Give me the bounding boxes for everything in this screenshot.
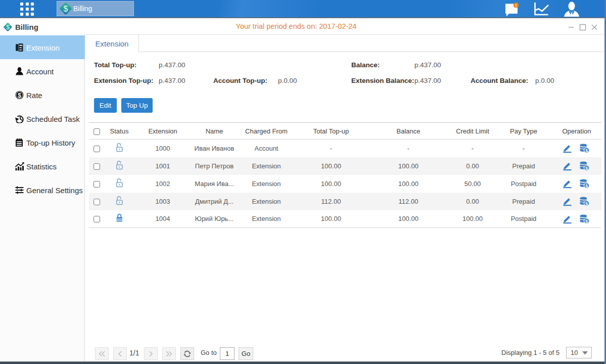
svg-text:$: $	[585, 184, 588, 189]
svg-text:$: $	[585, 166, 588, 171]
svg-text:!: !	[516, 3, 517, 8]
svg-text:$: $	[585, 218, 588, 223]
svg-text:$: $	[585, 201, 588, 206]
svg-text:$: $	[585, 148, 588, 153]
svg-text:$: $	[64, 5, 68, 13]
svg-text:$: $	[18, 92, 21, 99]
